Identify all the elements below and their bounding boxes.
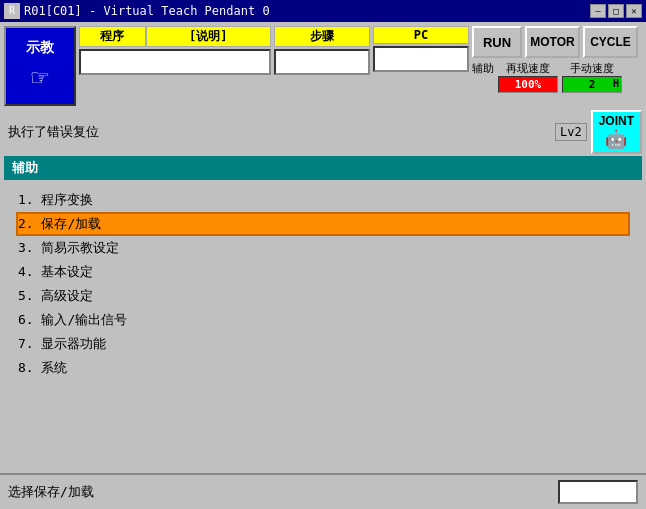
aux-item-8-label: 系统 <box>41 360 67 375</box>
aux-item-4-label: 基本设定 <box>41 264 93 279</box>
teach-label: 示教 <box>26 39 54 57</box>
aux-item-2-label: 保存/加载 <box>41 216 101 231</box>
aux-item-6[interactable]: 6. 输入/输出信号 <box>16 308 630 332</box>
fukugen-area: 辅助 <box>472 61 494 93</box>
aux-item-5-num: 5. <box>18 288 34 303</box>
aux-item-7-label: 显示器功能 <box>41 336 106 351</box>
fukugen-label: 辅助 <box>472 61 494 76</box>
step-field-group: 步骤 <box>274 26 370 75</box>
close-button[interactable]: ✕ <box>626 4 642 18</box>
window-controls: — □ ✕ <box>590 4 642 18</box>
aux-item-5-label: 高级设定 <box>41 288 93 303</box>
aux-header: 辅助 <box>4 156 642 180</box>
title-bar: R R01[C01] - Virtual Teach Pendant 0 — □… <box>0 0 646 22</box>
app-icon: R <box>4 3 20 19</box>
manual-speed-area: 手动速度 2 <box>562 61 622 93</box>
explanation-label: [说明] <box>146 26 271 47</box>
aux-item-4-num: 4. <box>18 264 34 279</box>
toolbar: 示教 ☞ 程序 [说明] 步骤 <box>4 26 642 106</box>
program-label-row: 程序 [说明] 步骤 PC <box>79 26 469 75</box>
aux-item-8-num: 8. <box>18 360 34 375</box>
maximize-button[interactable]: □ <box>608 4 624 18</box>
program-field-group: 程序 [说明] <box>79 26 271 75</box>
aux-item-6-num: 6. <box>18 312 34 327</box>
top-buttons: RUN MOTOR CYCLE <box>472 26 642 58</box>
manual-speed-label: 手动速度 <box>570 61 614 76</box>
joint-label: JOINT <box>599 114 634 128</box>
speed-area: 辅助 再现速度 100% 手动速度 2 <box>472 61 642 93</box>
aux-item-7[interactable]: 7. 显示器功能 <box>16 332 630 356</box>
aux-section: 辅助 1. 程序变换 2. 保存/加载 3. 简易示教设定 4. 基本设定 5.… <box>4 156 642 384</box>
pc-field-group: PC <box>373 26 469 75</box>
aux-item-7-num: 7. <box>18 336 34 351</box>
aux-item-2[interactable]: 2. 保存/加载 <box>16 212 630 236</box>
program-area: 程序 [说明] 步骤 PC <box>79 26 469 106</box>
aux-item-6-label: 输入/输出信号 <box>41 312 127 327</box>
step-label: 步骤 <box>274 26 370 47</box>
manual-speed-value: 2 <box>562 76 622 93</box>
minimize-button[interactable]: — <box>590 4 606 18</box>
program-input[interactable] <box>79 49 271 75</box>
motor-button[interactable]: MOTOR <box>525 26 580 58</box>
hand-icon: ☞ <box>32 61 49 94</box>
step-input[interactable] <box>274 49 370 75</box>
aux-item-4[interactable]: 4. 基本设定 <box>16 260 630 284</box>
aux-item-2-num: 2. <box>18 216 34 231</box>
joint-button[interactable]: JOINT 🤖 <box>591 110 642 154</box>
window-title: R01[C01] - Virtual Teach Pendant 0 <box>24 4 270 18</box>
cycle-button[interactable]: CYCLE <box>583 26 638 58</box>
aux-item-1[interactable]: 1. 程序变换 <box>16 188 630 212</box>
aux-item-1-label: 程序变换 <box>41 192 93 207</box>
pc-label: PC <box>373 26 469 44</box>
bottom-bar: 选择保存/加载 <box>0 473 646 509</box>
right-buttons: RUN MOTOR CYCLE 辅助 再现速度 100% 手动速度 2 <box>472 26 642 106</box>
status-text: 执行了错误复位 <box>4 121 551 143</box>
aux-item-1-num: 1. <box>18 192 34 207</box>
aux-item-8[interactable]: 8. 系统 <box>16 356 630 380</box>
bottom-label: 选择保存/加载 <box>8 483 550 501</box>
status-bar: 执行了错误复位 Lv2 JOINT 🤖 <box>4 110 642 154</box>
aux-list: 1. 程序变换 2. 保存/加载 3. 简易示教设定 4. 基本设定 5. 高级… <box>4 184 642 384</box>
aux-item-3[interactable]: 3. 简易示教设定 <box>16 236 630 260</box>
run-button[interactable]: RUN <box>472 26 522 58</box>
robot-icon: 🤖 <box>605 128 627 150</box>
program-label: 程序 <box>79 26 146 47</box>
aux-item-3-num: 3. <box>18 240 34 255</box>
pc-input[interactable] <box>373 46 469 72</box>
teach-button[interactable]: 示教 ☞ <box>4 26 76 106</box>
speed-label: 再现速度 <box>506 61 550 76</box>
lv2-badge: Lv2 <box>555 123 587 141</box>
window-body: 示教 ☞ 程序 [说明] 步骤 <box>0 22 646 388</box>
speed-value: 100% <box>498 76 558 93</box>
aux-item-5[interactable]: 5. 高级设定 <box>16 284 630 308</box>
bottom-input[interactable] <box>558 480 638 504</box>
aux-item-3-label: 简易示教设定 <box>41 240 119 255</box>
